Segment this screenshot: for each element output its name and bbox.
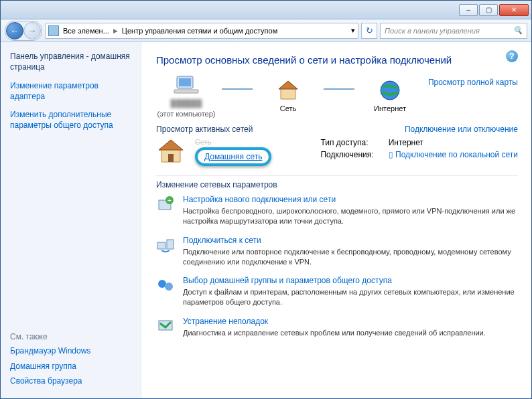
map-computer: ██████ (этот компьютер): [156, 74, 216, 118]
dropdown-icon[interactable]: ▾: [351, 26, 355, 35]
svg-point-15: [165, 283, 173, 291]
map-internet: Интернет: [360, 79, 420, 112]
page-title: Просмотр основных сведений о сети и наст…: [156, 54, 518, 66]
address-bar[interactable]: Все элемен... ▶ Центр управления сетями …: [45, 23, 358, 39]
map-computer-label: (этот компьютер): [157, 110, 215, 118]
sidebar-link-firewall[interactable]: Брандмауэр Windows: [10, 345, 131, 356]
option-desc: Диагностика и исправление сетевых пробле…: [183, 328, 486, 338]
location-icon: [48, 25, 59, 36]
change-settings-heading: Изменение сетевых параметров: [156, 175, 518, 189]
option-new-connection: + Настройка нового подключения или сетиН…: [156, 195, 518, 226]
network-map: ██████ (этот компьютер) Сеть Интернет Пр…: [156, 74, 518, 118]
homegroup-icon: [156, 276, 175, 295]
map-network-label: Сеть: [280, 104, 296, 112]
breadcrumb[interactable]: Все элемен...: [63, 27, 109, 35]
connections-label: Подключения:: [320, 150, 373, 159]
active-network-row: Сеть Домашняя сеть Тип доступа: Интернет…: [156, 138, 518, 166]
sidebar: Панель управления - домашняя страница Из…: [1, 42, 141, 399]
home-network-highlight: Домашняя сеть: [195, 147, 271, 166]
troubleshoot-icon: [156, 317, 175, 335]
option-connect-network-link[interactable]: Подключиться к сети: [183, 236, 261, 245]
close-button[interactable]: ✕: [499, 4, 529, 16]
sidebar-link-browser-properties[interactable]: Свойства браузера: [10, 376, 131, 386]
maximize-button[interactable]: ▢: [479, 4, 498, 16]
help-icon[interactable]: ?: [506, 50, 518, 62]
svg-rect-12: [157, 242, 165, 249]
svg-rect-13: [167, 240, 174, 249]
main-content: ? Просмотр основных сведений о сети и на…: [141, 42, 531, 399]
network-icon: [156, 138, 186, 163]
map-connector: [324, 88, 354, 90]
toolbar: ← → Все элемен... ▶ Центр управления сет…: [1, 19, 531, 42]
map-connector: [222, 88, 253, 90]
minimize-button[interactable]: –: [459, 4, 478, 16]
search-icon: 🔍: [513, 26, 523, 35]
svg-marker-7: [159, 140, 183, 150]
connect-disconnect-link[interactable]: Подключение или отключение: [405, 125, 518, 134]
new-connection-icon: +: [156, 195, 175, 214]
search-input[interactable]: Поиск в панели управления 🔍: [380, 23, 527, 39]
sidebar-link-homegroup[interactable]: Домашняя группа: [10, 361, 131, 372]
sidebar-link-sharing-settings[interactable]: Изменить дополнительные параметры общего…: [10, 109, 131, 131]
svg-rect-1: [179, 78, 191, 86]
access-type-value: Интернет: [389, 138, 518, 147]
svg-point-5: [381, 81, 399, 100]
svg-marker-4: [279, 81, 297, 89]
search-placeholder: Поиск в панели управления: [385, 27, 480, 35]
home-network-link[interactable]: Домашняя сеть: [204, 152, 262, 161]
svg-text:+: +: [168, 197, 172, 204]
active-networks-heading: Просмотр активных сетей: [156, 125, 253, 134]
option-homegroup-link[interactable]: Выбор домашней группы и параметров общег…: [183, 276, 392, 285]
refresh-button[interactable]: ↻: [361, 23, 377, 39]
svg-rect-2: [174, 90, 198, 93]
breadcrumb[interactable]: Центр управления сетями и общим доступом: [122, 27, 277, 35]
computer-icon: [173, 74, 200, 96]
access-type-label: Тип доступа:: [320, 138, 373, 147]
sidebar-link-adapter-settings[interactable]: Изменение параметров адаптера: [10, 80, 131, 102]
option-desc: Настройка беспроводного, широкополосного…: [183, 206, 518, 226]
chevron-right-icon: ▶: [113, 27, 118, 34]
option-new-connection-link[interactable]: Настройка нового подключения или сети: [183, 195, 336, 204]
back-button[interactable]: ←: [6, 22, 23, 39]
house-icon: [156, 138, 186, 163]
connect-network-icon: [156, 236, 175, 254]
option-desc: Подключение или повторное подключение к …: [183, 247, 518, 267]
network-name: Сеть: [195, 138, 271, 146]
option-troubleshoot-link[interactable]: Устранение неполадок: [183, 317, 268, 326]
map-internet-label: Интернет: [374, 104, 406, 112]
map-network: Сеть: [258, 79, 318, 112]
option-troubleshoot: Устранение неполадокДиагностика и исправ…: [156, 317, 518, 338]
option-connect-network: Подключиться к сетиПодключение или повто…: [156, 236, 518, 267]
sidebar-home-link[interactable]: Панель управления - домашняя страница: [10, 52, 131, 72]
svg-rect-8: [168, 154, 174, 162]
connection-link[interactable]: Подключение по локальной сети: [395, 150, 518, 159]
option-homegroup: Выбор домашней группы и параметров общег…: [156, 276, 518, 307]
house-icon: [277, 79, 300, 102]
ethernet-icon: ▯: [389, 150, 393, 159]
network-properties: Тип доступа: Интернет Подключения: ▯ Под…: [320, 138, 518, 159]
titlebar: – ▢ ✕: [1, 1, 531, 19]
nav-buttons: ← →: [5, 21, 42, 41]
see-also-heading: См. также: [10, 332, 131, 341]
globe-icon: [379, 79, 401, 102]
option-desc: Доступ к файлам и принтерам, расположенн…: [183, 287, 518, 307]
forward-button[interactable]: →: [23, 22, 41, 39]
full-map-link[interactable]: Просмотр полной карты: [428, 78, 518, 87]
